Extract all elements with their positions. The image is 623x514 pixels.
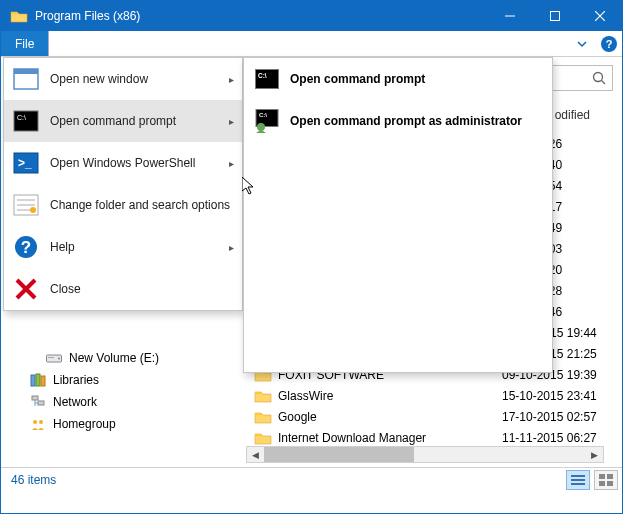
view-details-button[interactable]	[566, 470, 590, 490]
chevron-right-icon: ▸	[229, 116, 234, 127]
close-button[interactable]	[577, 1, 622, 31]
svg-rect-42	[607, 474, 613, 479]
status-bar: 46 items	[1, 467, 622, 491]
folder-icon	[254, 431, 272, 445]
svg-rect-1	[550, 12, 559, 21]
cmd-admin-icon: C:\	[254, 108, 280, 134]
file-tab[interactable]: File	[1, 31, 49, 56]
menu-open-powershell[interactable]: >_ Open Windows PowerShell ▸	[4, 142, 242, 184]
svg-rect-7	[48, 357, 54, 358]
svg-rect-10	[36, 374, 40, 386]
powershell-icon: >_	[12, 149, 40, 177]
svg-point-37	[257, 123, 265, 131]
cmd-submenu: C:\ Open command prompt C:\ Open command…	[243, 57, 553, 373]
help-icon: ?	[601, 36, 617, 52]
svg-rect-43	[599, 481, 605, 486]
ribbon-collapse-button[interactable]	[568, 31, 596, 56]
column-header-modified[interactable]: odified	[547, 103, 622, 127]
svg-rect-19	[14, 69, 38, 74]
folder-icon	[254, 410, 272, 424]
cmd-icon: C:\	[12, 107, 40, 135]
file-date: 15-10-2015 23:41	[502, 389, 622, 403]
svg-text:>_: >_	[18, 156, 32, 170]
chevron-right-icon: ▸	[229, 242, 234, 253]
folder-icon	[10, 9, 28, 23]
svg-text:C:\: C:\	[259, 112, 267, 118]
svg-text:C:\: C:\	[17, 114, 26, 121]
ribbon-tab-row: File ?	[1, 31, 622, 57]
svg-rect-40	[571, 483, 585, 485]
svg-line-5	[602, 81, 606, 85]
help-large-icon: ?	[12, 233, 40, 261]
menu-open-new-window[interactable]: Open new window ▸	[4, 58, 242, 100]
scroll-thumb[interactable]	[264, 447, 414, 462]
cursor-icon	[242, 177, 258, 197]
svg-rect-9	[31, 375, 35, 386]
svg-rect-12	[32, 396, 38, 400]
submenu-open-cmd[interactable]: C:\ Open command prompt	[244, 58, 552, 100]
file-date: 11-11-2015 06:27	[502, 431, 622, 445]
svg-rect-38	[571, 475, 585, 477]
chevron-right-icon: ▸	[229, 74, 234, 85]
sidebar-item-libraries[interactable]: Libraries	[1, 369, 231, 391]
svg-rect-41	[599, 474, 605, 479]
svg-rect-11	[41, 376, 45, 386]
cmd-icon: C:\	[254, 66, 280, 92]
menu-change-options[interactable]: Change folder and search options	[4, 184, 242, 226]
svg-text:?: ?	[21, 238, 31, 257]
file-name: Google	[278, 410, 502, 424]
menu-close[interactable]: Close	[4, 268, 242, 310]
sidebar-item-homegroup[interactable]: Homegroup	[1, 413, 231, 435]
titlebar: Program Files (x86)	[1, 1, 622, 31]
svg-point-16	[33, 420, 37, 424]
file-name: GlassWire	[278, 389, 502, 403]
network-icon	[29, 394, 47, 410]
horizontal-scrollbar[interactable]: ◀ ▶	[246, 446, 604, 463]
file-date: 17-10-2015 02:57	[502, 410, 622, 424]
nav-sidebar: New Volume (E:) Libraries Network Homegr…	[1, 347, 231, 435]
folder-icon	[254, 389, 272, 403]
close-x-icon	[12, 275, 40, 303]
help-button[interactable]: ?	[596, 31, 622, 56]
view-icons-button[interactable]	[594, 470, 618, 490]
new-window-icon	[12, 65, 40, 93]
chevron-right-icon: ▸	[229, 158, 234, 169]
file-menu: Open new window ▸ C:\ Open command promp…	[3, 57, 243, 311]
file-row[interactable]: Internet Download Manager11-11-2015 06:2…	[246, 427, 622, 448]
svg-point-17	[39, 420, 43, 424]
scroll-right-icon: ▶	[586, 450, 603, 460]
svg-point-4	[594, 73, 603, 82]
svg-point-28	[30, 207, 36, 213]
sidebar-item-drive-e[interactable]: New Volume (E:)	[1, 347, 231, 369]
minimize-button[interactable]	[487, 1, 532, 31]
svg-line-3	[595, 11, 605, 21]
window-title: Program Files (x86)	[35, 1, 140, 31]
file-row[interactable]: Google17-10-2015 02:57	[246, 406, 622, 427]
svg-rect-44	[607, 481, 613, 486]
file-row[interactable]: GlassWire15-10-2015 23:41	[246, 385, 622, 406]
libraries-icon	[29, 372, 47, 388]
scroll-left-icon: ◀	[247, 450, 264, 460]
search-icon	[592, 71, 606, 85]
menu-open-command-prompt[interactable]: C:\ Open command prompt ▸	[4, 100, 242, 142]
menu-help[interactable]: ? Help ▸	[4, 226, 242, 268]
drive-icon	[45, 350, 63, 366]
svg-line-2	[595, 11, 605, 21]
content-area: odified 2015 20:262015 19:402015 19:5420…	[1, 57, 622, 491]
svg-point-8	[58, 358, 60, 360]
item-count: 46 items	[11, 473, 56, 487]
sidebar-item-network[interactable]: Network	[1, 391, 231, 413]
homegroup-icon	[29, 416, 47, 432]
svg-rect-39	[571, 479, 585, 481]
options-icon	[12, 191, 40, 219]
maximize-button[interactable]	[532, 1, 577, 31]
submenu-open-cmd-admin[interactable]: C:\ Open command prompt as administrator	[244, 100, 552, 142]
svg-text:C:\: C:\	[258, 72, 267, 79]
svg-rect-13	[38, 401, 44, 405]
file-name: Internet Download Manager	[278, 431, 502, 445]
